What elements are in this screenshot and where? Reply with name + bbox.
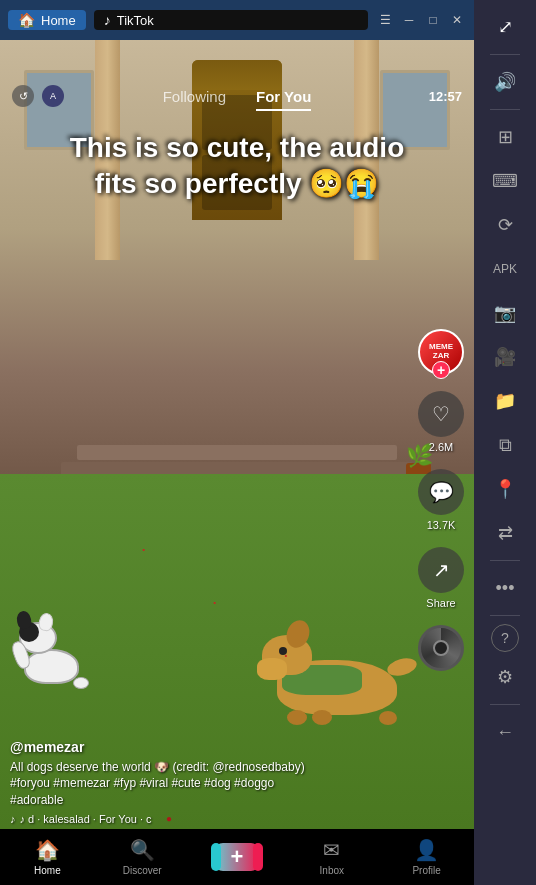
video-caption: This is so cute, the audio fits so perfe…	[0, 130, 474, 203]
music-disc-icon	[418, 625, 464, 671]
video-player[interactable]: 🌿	[0, 40, 474, 829]
home-tab[interactable]: 🏠 Home	[8, 10, 86, 30]
tiktok-label: TikTok	[117, 13, 154, 28]
sidebar-help-icon[interactable]: ?	[491, 624, 519, 652]
video-description: All dogs deserve the world 🐶 (credit: @r…	[10, 759, 330, 809]
sidebar-flip-icon[interactable]: ⇄	[486, 514, 524, 552]
share-label: Share	[426, 597, 455, 609]
like-icon-circle: ♡	[418, 391, 464, 437]
for-you-tab[interactable]: For You	[256, 88, 311, 111]
like-button[interactable]: ♡ 2.6M	[418, 391, 464, 453]
profile-nav-label: Profile	[412, 865, 440, 876]
music-note-icon: ♪	[10, 813, 16, 825]
main-content-area: 🏠 Home ♪ TikTok ☰ ─ □ ✕	[0, 0, 474, 885]
sidebar-screenshot-icon[interactable]: 📷	[486, 294, 524, 332]
sidebar-apk-icon[interactable]: APK	[486, 250, 524, 288]
sidebar-divider-1	[490, 54, 520, 55]
window-controls: ☰ ─ □ ✕	[376, 11, 466, 29]
music-disc-center	[433, 640, 449, 656]
video-info-panel: @memezar All dogs deserve the world 🐶 (c…	[10, 739, 330, 825]
avatar-text: MEME ZAR	[420, 343, 462, 361]
comment-button[interactable]: 💬 13.7K	[418, 469, 464, 531]
large-dog	[257, 620, 417, 730]
sidebar-keyboard-icon[interactable]: ⌨	[486, 162, 524, 200]
nav-profile[interactable]: 👤 Profile	[379, 838, 474, 876]
home-nav-label: Home	[34, 865, 61, 876]
sidebar-divider-2	[490, 109, 520, 110]
close-button[interactable]: ✕	[448, 11, 466, 29]
inbox-nav-label: Inbox	[320, 865, 344, 876]
home-label: Home	[41, 13, 76, 28]
title-bar: 🏠 Home ♪ TikTok ☰ ─ □ ✕	[0, 0, 474, 40]
nav-home[interactable]: 🏠 Home	[0, 838, 95, 876]
small-dog	[14, 604, 94, 694]
caption-line2: fits so perfectly 🥺😭	[20, 166, 454, 202]
inbox-nav-icon: ✉	[323, 838, 340, 862]
tiktok-tab[interactable]: ♪ TikTok	[94, 10, 368, 30]
creator-avatar-button[interactable]: MEME ZAR +	[418, 329, 464, 375]
comment-count: 13.7K	[427, 519, 456, 531]
music-disc-button[interactable]	[418, 625, 464, 671]
share-icon-circle: ↗	[418, 547, 464, 593]
music-info: ♪ ♪ d · kalesalad · For You · c	[10, 813, 330, 825]
discover-nav-icon: 🔍	[130, 838, 155, 862]
nav-discover[interactable]: 🔍 Discover	[95, 838, 190, 876]
tiktok-logo-icon: ♪	[104, 12, 111, 28]
comment-bubble-icon: 💬	[429, 480, 454, 504]
navigation-tabs: Following For You	[0, 88, 474, 111]
sidebar-settings-icon[interactable]: ⚙	[486, 658, 524, 696]
sidebar-record-icon[interactable]: 🎥	[486, 338, 524, 376]
like-count: 2.6M	[429, 441, 453, 453]
following-tab[interactable]: Following	[163, 88, 226, 111]
sidebar-back-icon[interactable]: ←	[486, 713, 524, 751]
caption-line1: This is so cute, the audio	[20, 130, 454, 166]
comment-icon-circle: 💬	[418, 469, 464, 515]
home-nav-icon: 🏠	[35, 838, 60, 862]
sidebar-folder-icon[interactable]: 📁	[486, 382, 524, 420]
sidebar-rotate-icon[interactable]: ⟳	[486, 206, 524, 244]
nav-add[interactable]: +	[190, 843, 285, 871]
heart-icon: ♡	[432, 402, 450, 426]
nav-inbox[interactable]: ✉ Inbox	[284, 838, 379, 876]
creator-username[interactable]: @memezar	[10, 739, 330, 755]
sidebar-divider-5	[490, 704, 520, 705]
maximize-button[interactable]: □	[424, 11, 442, 29]
share-button[interactable]: ↗ Share	[418, 547, 464, 609]
sidebar-volume-icon[interactable]: 🔊	[486, 63, 524, 101]
sidebar-layers-icon[interactable]: ⧉	[486, 426, 524, 464]
discover-nav-label: Discover	[123, 865, 162, 876]
sidebar-grid-icon[interactable]: ⊞	[486, 118, 524, 156]
plus-icon: +	[231, 844, 244, 870]
sidebar-location-icon[interactable]: 📍	[486, 470, 524, 508]
right-sidebar: ⤢ 🔊 ⊞ ⌨ ⟳ APK 📷 🎥 📁 ⧉ 📍 ⇄ ••• ? ⚙ ←	[474, 0, 536, 885]
music-text: ♪ d · kalesalad · For You · c	[20, 813, 152, 825]
menu-button[interactable]: ☰	[376, 11, 394, 29]
right-action-buttons: MEME ZAR + ♡ 2.6M 💬 13.7K	[418, 329, 464, 671]
sidebar-more-icon[interactable]: •••	[486, 569, 524, 607]
add-video-button[interactable]: +	[215, 843, 259, 871]
bottom-navigation: 🏠 Home 🔍 Discover + ✉ Inbox 👤 Profile	[0, 829, 474, 885]
follow-plus-icon: +	[432, 361, 450, 379]
sidebar-divider-4	[490, 615, 520, 616]
profile-nav-icon: 👤	[414, 838, 439, 862]
home-icon: 🏠	[18, 12, 35, 28]
share-arrow-icon: ↗	[433, 558, 450, 582]
sidebar-expand-icon[interactable]: ⤢	[486, 8, 524, 46]
minimize-button[interactable]: ─	[400, 11, 418, 29]
sidebar-divider-3	[490, 560, 520, 561]
